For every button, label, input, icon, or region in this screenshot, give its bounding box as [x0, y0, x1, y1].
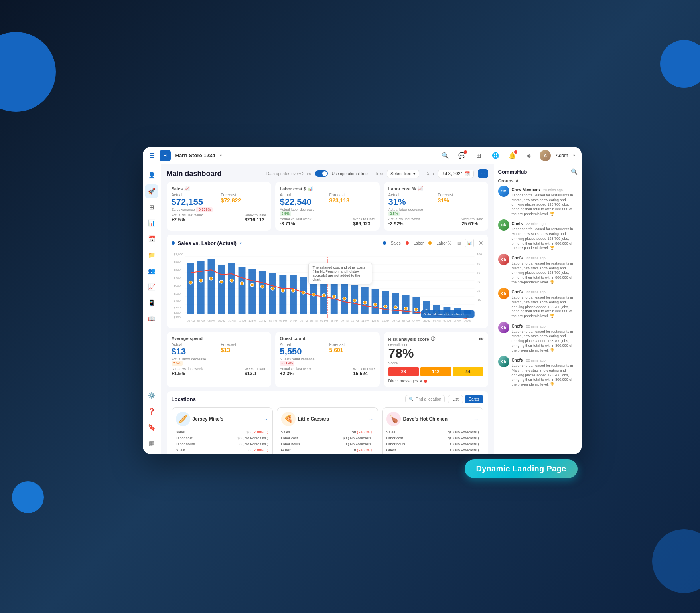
svg-text:$900: $900 [174, 260, 180, 263]
little-caesars-stats: Sales $0 ( -100% ↓) Labor cost $0 ( No F… [281, 429, 374, 454]
svg-text:01 PM: 01 PM [258, 320, 266, 322]
svg-text:$1,000: $1,000 [174, 253, 183, 256]
labor-cost-forecast-value: $23,113 [329, 197, 375, 204]
svg-text:10: 10 [477, 298, 481, 301]
svg-point-75 [414, 308, 418, 311]
comms-msg-name-2: Chefs [512, 221, 523, 226]
svg-text:12 PM: 12 PM [248, 320, 256, 322]
sidebar-bookmark-icon[interactable]: 🔖 [145, 421, 158, 434]
labor-cost-vs-value: -3.71% [280, 221, 312, 227]
svg-text:$400: $400 [174, 299, 180, 303]
sidebar-chart-icon[interactable]: 📊 [145, 216, 158, 230]
chart-svg: $1,000 $900 $850 $700 $600 $500 $400 $30… [172, 251, 483, 322]
user-chevron-icon[interactable]: ▾ [573, 153, 575, 158]
toggle-label: Use operational tree [332, 172, 368, 176]
sidebar-user-icon[interactable]: 👤 [145, 168, 158, 182]
svg-text:$100: $100 [174, 316, 180, 319]
chart-table-btn[interactable]: ⊞ [455, 239, 463, 247]
sidebar-bar-chart-icon[interactable]: 📈 [145, 280, 158, 294]
cards-view-button[interactable]: Cards [465, 395, 483, 403]
grid-nav-icon[interactable]: ⊞ [473, 150, 485, 162]
avg-spend-change: Actual labor decrease 2.5% [172, 357, 217, 365]
comms-search-icon[interactable]: 🔍 [571, 168, 578, 175]
svg-text:$700: $700 [174, 276, 180, 279]
svg-text:02 AM: 02 AM [392, 320, 399, 322]
svg-point-64 [302, 291, 305, 294]
comms-groups-chevron[interactable]: ∧ [515, 178, 519, 183]
messages-nav-icon[interactable]: 💬 [456, 150, 468, 162]
chart-close-btn[interactable]: ✕ [479, 240, 483, 246]
daves-hot-chicken-arrow[interactable]: → [473, 416, 479, 422]
location-cards: 🥖 Jersey Mike's → Sales $0 ( -100% ↓) [172, 407, 483, 454]
svg-text:10 PM: 10 PM [351, 320, 359, 322]
sidebar-widget-icon[interactable]: ▦ [145, 437, 158, 450]
data-update-text: Data updates every 2 hrs [266, 172, 311, 176]
labor-cost-metric-card: Labor cost $ 📊 Actual $22,540 Actual lab… [275, 182, 380, 231]
svg-rect-26 [207, 259, 215, 314]
sidebar-grid-icon[interactable]: ⊞ [145, 200, 158, 214]
sidebar-phone-icon[interactable]: 📱 [145, 296, 158, 310]
jersey-mikes-header: 🥖 Jersey Mike's → [176, 412, 268, 426]
sidebar-people-icon[interactable]: 👥 [145, 264, 158, 278]
list-view-button[interactable]: List [448, 395, 463, 403]
risk-info-icon[interactable]: ⓘ [431, 336, 435, 342]
date-select[interactable]: Jul 3, 2024 📅 [438, 170, 474, 178]
stat-row: Guest 0 ( -100% ↓) [281, 447, 374, 453]
risk-bar-44: 44 [453, 367, 483, 376]
search-nav-icon[interactable]: 🔍 [439, 150, 451, 162]
direct-messages-section: Direct messages ∧ [388, 379, 483, 383]
comms-msg-time-4: 22 mins ago [526, 290, 546, 294]
svg-point-69 [353, 299, 356, 302]
sidebar-help-icon[interactable]: ❓ [145, 405, 158, 418]
risk-eye-icon[interactable]: 👁 [479, 337, 483, 342]
comms-header: CommsHub 🔍 [498, 168, 578, 175]
globe-nav-icon[interactable]: 🌐 [489, 150, 501, 162]
sidebar-folder-icon[interactable]: 📁 [145, 248, 158, 262]
svg-rect-46 [412, 297, 420, 314]
comms-avatar-2: Ch [498, 219, 509, 231]
locations-title: Locations [172, 396, 406, 402]
risk-bars: 28 112 44 [388, 367, 483, 376]
comms-msg-time-1: 20 mins ago [543, 188, 563, 192]
guest-count-forecast-value: 5,601 [329, 347, 375, 353]
comms-msg-text-4: Labor shortfall eased for restaurants in… [512, 295, 578, 318]
date-label: Data [426, 172, 434, 176]
sidebar-settings-icon[interactable]: ⚙️ [145, 389, 158, 402]
search-placeholder: Find a location [415, 397, 441, 401]
store-chevron-icon[interactable]: ▾ [220, 153, 222, 158]
sales-vs-value: +2.5% [172, 217, 203, 223]
sidebar-book-icon[interactable]: 📖 [145, 312, 158, 326]
labor-pct-metric-card: Labor cost % 📈 Actual 31% Actual labor d… [384, 182, 488, 231]
sidebar-calendar-icon[interactable]: 📅 [145, 232, 158, 246]
comms-msg-text-2: Labor shortfall eased for restaurants in… [512, 227, 578, 250]
metrics-grid: Sales 📈 Actual $72,155 Sales variance -0… [167, 182, 488, 231]
svg-text:06 AM: 06 AM [433, 320, 440, 322]
sidebar-dashboard-icon[interactable]: 🚀 [145, 184, 158, 198]
svg-text:08 AM: 08 AM [207, 320, 215, 322]
labor-pct-change: Actual labor decrease 2.5% [388, 208, 434, 216]
more-options-button[interactable]: ··· [478, 169, 488, 178]
svg-rect-34 [290, 275, 297, 314]
bell-nav-icon[interactable]: 🔔 [506, 150, 518, 162]
svg-rect-30 [248, 269, 256, 314]
svg-rect-31 [258, 271, 266, 314]
svg-text:100: 100 [477, 253, 482, 256]
operational-tree-toggle[interactable] [315, 170, 328, 177]
chart-bar-btn[interactable]: 📊 [465, 239, 474, 247]
locations-section: Locations 🔍 Find a location List Cards [167, 391, 488, 454]
comms-msg-content-1: Crew Members 20 mins ago Labor shortfall… [512, 186, 578, 216]
guest-count-actual-value: 5,550 [280, 347, 325, 356]
locations-search[interactable]: 🔍 Find a location [405, 395, 445, 403]
comms-msg-time-5: 22 mins ago [526, 324, 546, 328]
legend-labor-dot [406, 241, 409, 245]
little-caesars-arrow[interactable]: → [368, 416, 374, 422]
tree-select[interactable]: Select tree ▾ [387, 170, 419, 178]
legend-labor-label: Labor [414, 241, 424, 245]
hamburger-icon[interactable]: ☰ [149, 152, 155, 159]
jersey-mikes-arrow[interactable]: → [263, 416, 268, 422]
layers-nav-icon[interactable]: ◈ [523, 150, 535, 162]
labor-pct-title: Labor cost % 📈 [388, 186, 483, 191]
chart-dropdown-icon[interactable]: ▾ [240, 241, 242, 245]
svg-text:$200: $200 [174, 311, 180, 314]
stat-row: Check 0 [176, 453, 268, 454]
